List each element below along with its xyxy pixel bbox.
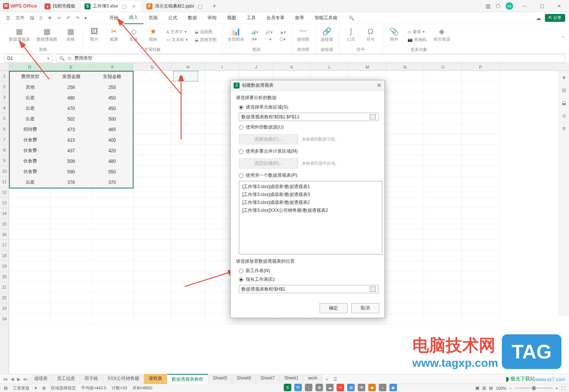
cell[interactable] <box>386 208 424 219</box>
row-header-12[interactable]: 12 <box>0 187 9 198</box>
undo-icon[interactable]: ↶ <box>64 14 72 22</box>
expand-icon[interactable]: ⛶ <box>561 386 565 390</box>
taskbar-icon[interactable]: 👁 <box>358 384 365 391</box>
table-cell[interactable]: 550 <box>92 167 133 177</box>
list-item[interactable]: [工作簿3.xlsx]成绩表!数据透视表3 <box>242 191 379 199</box>
table-cell[interactable]: 473 <box>51 124 92 135</box>
table-cell[interactable]: 258 <box>51 82 92 93</box>
row-header-1[interactable]: 1 <box>0 71 9 81</box>
cell[interactable] <box>462 314 500 324</box>
row-header-18[interactable]: 18 <box>0 250 9 261</box>
cell[interactable] <box>171 124 205 134</box>
save-icon[interactable]: 🖫 <box>28 14 37 22</box>
cell[interactable] <box>51 261 92 271</box>
cell[interactable] <box>386 187 424 198</box>
radio-existing-sheet[interactable]: 现有工作表(E): <box>239 276 379 283</box>
hyperlink-button[interactable]: 🔗超链接 <box>319 26 335 46</box>
cell[interactable] <box>171 134 205 145</box>
cell[interactable] <box>9 208 51 219</box>
cell[interactable] <box>134 261 171 271</box>
column-header-M[interactable]: M <box>349 63 386 70</box>
cell[interactable] <box>424 155 462 166</box>
cell[interactable] <box>424 113 462 124</box>
cell[interactable] <box>134 314 171 324</box>
select-all-corner[interactable] <box>0 63 9 71</box>
cell[interactable] <box>386 71 424 81</box>
cell[interactable] <box>462 271 500 282</box>
cell[interactable] <box>386 219 424 229</box>
cell[interactable] <box>462 261 500 271</box>
cut-icon[interactable]: ✂ <box>55 14 63 22</box>
cell[interactable] <box>386 271 424 282</box>
sheet-tab[interactable]: Sheet7 <box>256 374 280 384</box>
list-item[interactable]: [工作簿3.xlsx]成绩表!数据透视表2 <box>242 199 379 207</box>
radio-new-sheet[interactable]: 新工作表(N) <box>239 268 379 274</box>
cell[interactable] <box>9 187 51 198</box>
row-header-22[interactable]: 22 <box>0 292 9 303</box>
sheet-tab[interactable]: Sheet5 <box>208 374 232 384</box>
cell[interactable] <box>134 198 171 208</box>
cell[interactable] <box>51 271 92 282</box>
cell[interactable] <box>424 208 462 219</box>
flowchart-button[interactable]: ⬓ 流程图 <box>193 28 218 35</box>
cell[interactable] <box>171 187 205 198</box>
cell[interactable] <box>171 176 205 187</box>
cell[interactable] <box>134 250 171 261</box>
cell[interactable] <box>424 103 462 113</box>
row-header-16[interactable]: 16 <box>0 229 9 240</box>
cell[interactable] <box>9 240 51 250</box>
cell[interactable] <box>386 240 424 250</box>
cell[interactable] <box>171 282 205 292</box>
cell[interactable] <box>462 166 500 176</box>
cell[interactable] <box>386 166 424 176</box>
menu-data[interactable]: 数据 <box>183 12 202 24</box>
tab-workbook[interactable]: S 工作簿3.xlsx ▢ ✕ <box>81 1 141 12</box>
table-cell[interactable]: 420 <box>92 145 133 156</box>
table-cell[interactable]: 509 <box>51 156 92 167</box>
cell[interactable] <box>462 303 500 314</box>
cell[interactable] <box>171 250 205 261</box>
cell[interactable] <box>424 145 462 155</box>
cell[interactable] <box>9 314 51 324</box>
zoom-out-button[interactable]: − <box>509 386 512 390</box>
cell[interactable] <box>171 198 205 208</box>
menu-smart[interactable]: 智能工具箱 <box>309 12 343 24</box>
pivot-list[interactable]: [工作簿3.xlsx]成绩表!数据透视表1 [工作簿3.xlsx]成绩表!数据透… <box>239 181 382 254</box>
radio-cell-range[interactable]: 请选择单元格区域(S): <box>239 104 379 110</box>
cell[interactable] <box>462 155 500 166</box>
table-cell[interactable]: 255 <box>92 82 133 93</box>
cell[interactable] <box>92 314 134 324</box>
menu-start[interactable]: 开始 <box>104 12 124 24</box>
table-cell[interactable]: 伙食费 <box>10 156 51 167</box>
maximize-button[interactable]: ▢ <box>536 1 548 11</box>
cell[interactable] <box>462 240 500 250</box>
cell[interactable] <box>171 92 205 103</box>
table-cell[interactable]: 480 <box>92 156 133 167</box>
tab-templates[interactable]: ⬥ 找稻壳模板 <box>41 1 79 12</box>
row-header-10[interactable]: 10 <box>0 166 9 176</box>
view-break-icon[interactable]: ▤ <box>489 386 493 390</box>
menu-efficiency[interactable]: 效率 <box>290 12 309 24</box>
cell[interactable] <box>386 103 424 113</box>
taskbar-icon[interactable]: 中 <box>294 384 302 391</box>
row-header-9[interactable]: 9 <box>0 155 9 166</box>
cell[interactable] <box>424 240 462 250</box>
cell[interactable] <box>462 208 500 219</box>
screenshot-button[interactable]: ✂截屏 <box>106 26 122 46</box>
close-button[interactable]: ✕ <box>553 1 565 11</box>
cell[interactable] <box>462 81 500 92</box>
sheet-tab[interactable]: Sheet1 <box>280 374 303 384</box>
range-picker-icon[interactable] <box>370 114 376 119</box>
cell[interactable] <box>134 282 171 292</box>
cell[interactable] <box>462 124 500 134</box>
taskbar-icon[interactable]: ↓ <box>305 384 312 391</box>
table-cell[interactable]: 378 <box>51 177 92 188</box>
cell[interactable] <box>386 92 424 103</box>
row-header-21[interactable]: 21 <box>0 282 9 292</box>
picture-button[interactable]: 🖼图片 <box>86 26 102 46</box>
panel-icon[interactable]: ▥ <box>486 3 491 9</box>
column-header-E[interactable]: E <box>51 63 92 70</box>
sheet-nav-last[interactable]: ⏭ <box>22 377 29 382</box>
column-header-P[interactable]: P <box>462 63 500 70</box>
cell[interactable] <box>462 229 500 240</box>
